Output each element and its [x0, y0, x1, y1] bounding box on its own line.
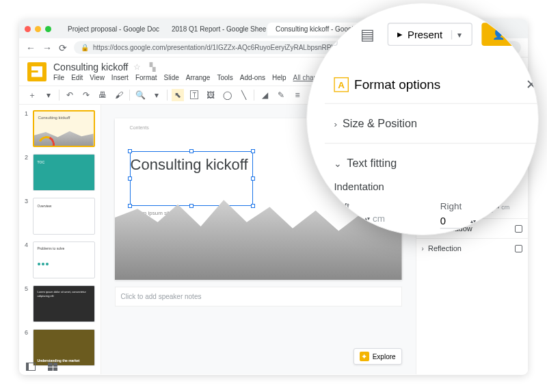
present-dropdown-icon[interactable]: ▾: [451, 29, 462, 39]
print-button[interactable]: 🖶: [96, 89, 109, 101]
slide-header-left: Contents: [130, 125, 149, 130]
tab-sheets[interactable]: 2018 Q1 Report - Google Shee×: [163, 23, 266, 36]
format-options-icon: A: [334, 77, 349, 92]
resize-handle[interactable]: [128, 204, 132, 208]
separator: [59, 90, 59, 101]
resize-handle[interactable]: [251, 204, 255, 208]
slide-thumb-3[interactable]: Overview: [33, 198, 95, 235]
play-icon: ▸: [397, 28, 403, 40]
undo-button[interactable]: ↶: [64, 89, 76, 101]
menu-view[interactable]: View: [90, 74, 105, 81]
lock-icon: 🔒: [81, 44, 89, 51]
resize-handle[interactable]: [189, 149, 194, 153]
menu-arrange[interactable]: Arrange: [186, 74, 211, 81]
slide-thumb-1[interactable]: Consulting kickoff: [33, 110, 95, 147]
minimize-window-icon[interactable]: [35, 26, 41, 32]
border-weight-button[interactable]: ≡: [291, 89, 304, 101]
tab-label: 2018 Q1 Report - Google Shee: [172, 25, 266, 33]
slide-number: 5: [25, 285, 30, 322]
magnifier-lens: · Sidebars · ✕ -p ⌃ ▤ ▸Present▾ 👤⁺Share …: [306, 3, 539, 235]
fill-color-button[interactable]: ◢: [258, 89, 271, 101]
slide-thumb-2[interactable]: TOC: [33, 154, 95, 191]
textbox-tool[interactable]: 🅃: [188, 89, 200, 101]
slide-number: 6: [25, 329, 30, 366]
notes-placeholder: Click to add speaker notes: [121, 293, 202, 300]
slide-number: 1: [25, 110, 30, 147]
tab-docs[interactable]: Project proposal - Google Doc×: [59, 23, 162, 36]
selected-textbox[interactable]: Consulting kickoff: [130, 151, 253, 206]
tab-label: Project proposal - Google Doc: [68, 25, 159, 33]
panel-header: A Format options ✕: [325, 66, 539, 103]
slide-thumb-5[interactable]: Lorem ipsum dolor sit amet, consectetur …: [33, 285, 95, 322]
chevron-right-icon: ›: [422, 245, 424, 252]
forward-icon[interactable]: →: [42, 42, 52, 53]
separator: [167, 90, 168, 101]
filmstrip[interactable]: 1Consulting kickoff 2TOC 3Overview 4Prob…: [19, 105, 101, 374]
checkbox[interactable]: [515, 225, 522, 233]
mag-url-fragment: -p: [362, 3, 370, 14]
slide-thumb-6[interactable]: Understanding the market: [33, 329, 95, 366]
move-folder-icon[interactable]: ▝▖: [146, 62, 159, 72]
resize-handle[interactable]: [251, 149, 255, 153]
panel-title: Format options: [354, 77, 440, 92]
star-icon[interactable]: ☆: [133, 62, 141, 72]
border-color-button[interactable]: ✎: [275, 89, 287, 101]
chevron-down-icon[interactable]: ▾: [42, 89, 55, 101]
separator: [129, 90, 130, 101]
slide-thumb-4[interactable]: Problems to solve: [33, 241, 95, 278]
resize-handle[interactable]: [189, 204, 194, 208]
maximize-window-icon[interactable]: [45, 26, 51, 32]
reload-icon[interactable]: ⟳: [59, 42, 67, 53]
comments-icon[interactable]: ▤: [357, 22, 378, 47]
separator: [254, 90, 254, 101]
image-tool[interactable]: 🖼: [204, 89, 217, 101]
chevron-down-icon: ⌄: [334, 158, 341, 168]
menu-format[interactable]: Format: [135, 74, 157, 81]
section-size-position: ›Size & Position: [325, 103, 539, 143]
menu-edit[interactable]: Edit: [71, 74, 83, 81]
section-toggle[interactable]: ›Size & Position: [334, 114, 537, 134]
paint-format-button[interactable]: 🖌: [113, 89, 125, 101]
close-window-icon[interactable]: [25, 26, 31, 32]
menu-file[interactable]: File: [53, 74, 64, 81]
resize-handle[interactable]: [128, 149, 132, 153]
menu-addons[interactable]: Add-ons: [240, 74, 265, 81]
explore-button[interactable]: ✦Explore: [353, 348, 402, 365]
slide-number: 3: [25, 198, 30, 235]
close-panel-icon[interactable]: ✕: [526, 77, 537, 92]
line-tool[interactable]: ╲: [237, 89, 250, 101]
indent-heading: Indentation: [334, 181, 537, 192]
resize-handle[interactable]: [128, 177, 132, 181]
traffic-lights: [25, 26, 51, 32]
section-toggle[interactable]: ⌄Text fitting: [334, 153, 537, 174]
slides-logo-icon[interactable]: [27, 62, 46, 81]
resize-handle[interactable]: [251, 177, 255, 181]
spinner-icon[interactable]: ▴▾: [364, 215, 370, 221]
speaker-notes[interactable]: Click to add speaker notes: [115, 287, 402, 306]
explore-label: Explore: [373, 353, 396, 361]
slide-title-text[interactable]: Consulting kickoff: [131, 152, 252, 173]
redo-button[interactable]: ↷: [80, 89, 92, 101]
menu-slide[interactable]: Slide: [164, 74, 179, 81]
chevron-right-icon: ›: [334, 118, 337, 129]
grid-view-icon[interactable]: [48, 363, 59, 371]
section-reflection[interactable]: ›Reflection: [416, 238, 528, 258]
checkbox[interactable]: [515, 245, 522, 252]
slide-number: 4: [25, 241, 30, 278]
select-tool[interactable]: ⬉: [172, 89, 184, 101]
zoom-button[interactable]: 🔍: [134, 89, 146, 101]
explore-icon: ✦: [360, 352, 369, 361]
menu-tools[interactable]: Tools: [217, 74, 232, 81]
doc-title[interactable]: Consulting kickoff: [53, 62, 128, 73]
present-button[interactable]: ▸Present▾: [387, 23, 472, 46]
slide-number: 2: [25, 154, 30, 191]
filmstrip-view-icon[interactable]: [26, 363, 37, 371]
new-slide-button[interactable]: ＋: [26, 89, 38, 101]
view-switcher: [26, 363, 59, 371]
present-label: Present: [408, 29, 442, 40]
menu-help[interactable]: Help: [272, 74, 286, 81]
chevron-down-icon[interactable]: ▾: [150, 89, 163, 101]
menu-insert[interactable]: Insert: [111, 74, 129, 81]
back-icon[interactable]: ←: [26, 42, 36, 53]
shape-tool[interactable]: ◯: [221, 89, 233, 101]
